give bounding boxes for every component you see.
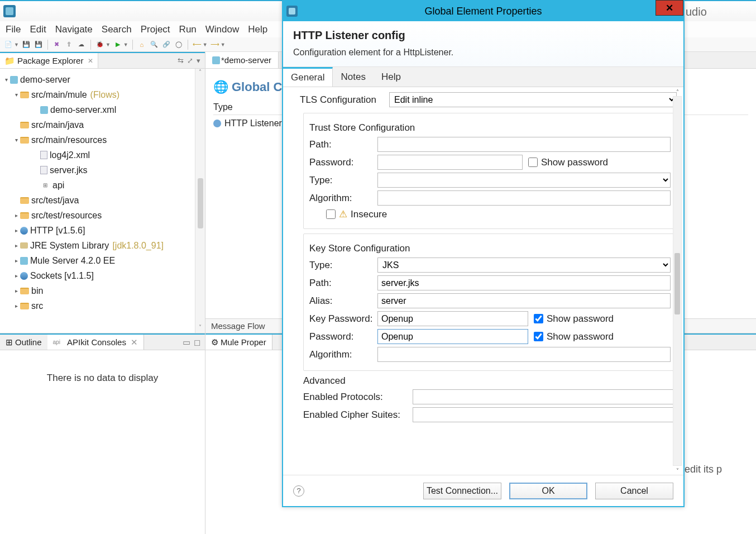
tree-http-lib[interactable]: HTTP [v1.5.6] [30,226,85,236]
search-tool-icon[interactable]: 🔍 [149,40,159,50]
menu-file[interactable]: File [6,24,21,35]
outline-tab[interactable]: ⊞Outline [0,335,47,350]
key-keypw-show-checkbox[interactable] [534,314,543,323]
trust-password-input[interactable] [377,155,523,170]
menu-edit[interactable]: Edit [30,24,46,35]
http-connector-icon [213,120,221,127]
menu-navigate[interactable]: Navigate [55,24,93,35]
run-icon[interactable]: ▶ [113,40,123,50]
folder-icon [20,197,29,204]
tab-general[interactable]: General [283,67,333,87]
home-icon[interactable]: ⌂ [137,40,147,50]
key-keypassword-input[interactable] [377,311,528,326]
menu-help[interactable]: Help [248,24,267,35]
mule-properties-tab[interactable]: ⚙ Mule Proper [205,335,272,350]
menu-run[interactable]: Run [179,24,197,35]
key-algorithm-input[interactable] [377,347,671,362]
jks-file-icon [40,166,47,174]
menu-search[interactable]: Search [102,24,132,35]
tree-src-main-java[interactable]: src/main/java [31,120,84,130]
project-tree[interactable]: ▾demo-server ▾src/main/mule(Flows) demo-… [0,69,205,333]
test-connection-button[interactable]: Test Connection... [423,483,501,499]
scroll-thumb[interactable] [198,178,203,228]
deploy-icon[interactable]: ☁ [76,40,87,50]
tree-scrollbar[interactable]: ˄ ˅ [195,69,205,333]
key-path-input[interactable] [377,275,671,290]
collapse-icon[interactable]: ⇆ [178,56,184,65]
tree-mule-server[interactable]: Mule Server 4.2.0 EE [30,256,115,266]
tab-help[interactable]: Help [374,67,409,87]
help-icon[interactable]: ? [293,485,304,497]
minimize-icon[interactable]: ▭ [183,337,190,347]
tree-sockets[interactable]: Sockets [v1.1.5] [30,271,94,281]
tree-src-main-resources[interactable]: src/main/resources [31,135,107,145]
trust-insecure-checkbox[interactable] [326,209,336,219]
tree-src-main-mule[interactable]: src/main/mule [31,90,87,100]
dialog-subheading: Configuration element for a HttpListener… [293,47,673,58]
dialog-title: Global Element Properties [283,6,683,17]
warning-icon: ⚠ [339,208,347,220]
message-flow-tab[interactable]: Message Flow [205,321,271,331]
package-explorer-icon: 📁 [4,56,15,66]
scroll-thumb[interactable] [674,253,680,314]
save-icon[interactable]: 💾 [21,40,31,50]
menu-window[interactable]: Window [205,24,239,35]
tree-server-jks[interactable]: server.jks [50,165,88,175]
save-all-icon[interactable]: 💾 [34,40,44,50]
tree-src[interactable]: src [31,301,43,311]
new-icon[interactable]: 📄 [3,40,13,50]
scroll-up-icon[interactable]: ˄ [673,87,682,96]
tree-src-test-resources[interactable]: src/test/resources [31,211,102,221]
tree-api[interactable]: api [52,180,64,190]
apikit-consoles-tab[interactable]: api APIkit Consoles✕ [47,335,144,350]
mule-file-icon [40,106,48,114]
enabled-protocols-input[interactable] [413,389,677,404]
tree-project[interactable]: demo-server [20,75,70,85]
export-icon[interactable]: ⇪ [64,40,74,50]
dialog-titlebar[interactable]: Global Element Properties ✕ [283,1,683,21]
advanced-title: Advanced [303,375,677,387]
tab-notes[interactable]: Notes [333,67,373,87]
trust-type-select[interactable] [377,173,671,188]
key-alias-input[interactable] [377,293,671,308]
tls-config-select[interactable]: Edit inline [389,92,677,107]
debug-icon[interactable]: 🐞 [95,40,105,50]
ok-button[interactable]: OK [509,483,587,499]
scroll-down-icon[interactable]: ˅ [199,324,202,333]
scroll-up-icon[interactable]: ˄ [199,69,202,78]
link-icon[interactable]: 🔗 [161,40,171,50]
key-type-select[interactable]: JKS [377,258,671,273]
tree-demo-xml[interactable]: demo-server.xml [50,105,116,115]
package-explorer-tab[interactable]: 📁 Package Explorer ✕ [0,53,98,68]
link-editor-icon[interactable]: ⤢ [187,56,193,65]
cancel-button[interactable]: Cancel [595,483,673,499]
menu-project[interactable]: Project [141,24,170,35]
breakpoint-icon[interactable]: ◯ [174,40,184,50]
tree-jre[interactable]: JRE System Library [30,241,109,251]
lib-icon [20,227,28,235]
key-pw-show-checkbox[interactable] [534,332,543,341]
close-icon[interactable]: ✕ [131,337,138,347]
dialog-scrollbar[interactable]: ˄ ˅ [672,87,682,475]
package-explorer-label: Package Explorer [17,56,83,65]
view-menu-icon[interactable]: ▾ [197,56,200,65]
trust-path-input[interactable] [377,137,671,152]
tree-log4j[interactable]: log4j2.xml [50,150,90,160]
forward-icon[interactable]: ⟶ [210,40,220,50]
enabled-cipher-suites-input[interactable] [413,407,677,422]
trust-algorithm-input[interactable] [377,190,671,206]
maximize-icon[interactable]: ◻ [194,337,200,347]
trust-show-password-checkbox[interactable] [528,158,538,167]
lib-icon [20,272,28,280]
scroll-down-icon[interactable]: ˅ [673,466,682,475]
key-password-input[interactable] [377,329,528,344]
tree-src-test-java[interactable]: src/test/java [31,196,79,206]
dialog-close-button[interactable]: ✕ [655,0,683,16]
close-icon[interactable]: ✕ [88,57,93,65]
mule-tool-icon[interactable]: ✖ [52,40,62,50]
back-icon[interactable]: ⟵ [192,40,202,50]
tree-bin[interactable]: bin [31,286,43,296]
editor-tab-demo[interactable]: *demo-server [205,52,279,68]
gear-icon: ⚙ [211,337,218,347]
outline-icon: ⊞ [6,337,13,347]
